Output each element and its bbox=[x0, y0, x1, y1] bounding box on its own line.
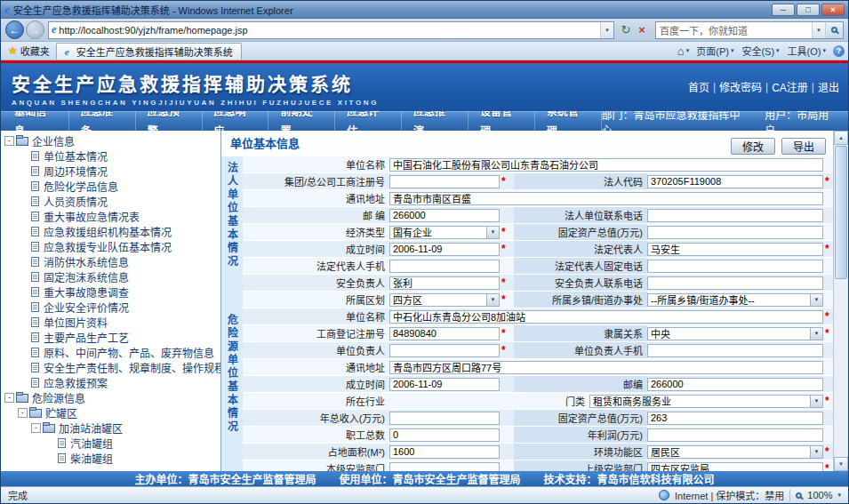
text-input[interactable] bbox=[647, 226, 823, 239]
text-input[interactable] bbox=[389, 209, 500, 222]
command-button[interactable]: 页面(P)▾ bbox=[696, 44, 733, 58]
tree-item[interactable]: 单位基本情况 bbox=[1, 148, 220, 164]
search-dropdown-button[interactable]: ▼ bbox=[812, 22, 825, 38]
tree-item[interactable]: -贮罐区 bbox=[1, 405, 220, 420]
text-input[interactable] bbox=[647, 243, 823, 256]
text-input[interactable] bbox=[647, 260, 823, 273]
tree-item[interactable]: 消防供水系统信息 bbox=[1, 254, 220, 269]
text-input[interactable] bbox=[647, 412, 823, 425]
tree-item[interactable]: -加油站油罐区 bbox=[1, 420, 220, 436]
select-field[interactable]: 国有企业▼ bbox=[389, 226, 500, 239]
scroll-down-icon[interactable]: ▼ bbox=[834, 457, 848, 471]
tree-expander-icon[interactable]: - bbox=[18, 408, 28, 418]
tree-item[interactable]: 柴油罐组 bbox=[1, 451, 220, 466]
scroll-up-icon[interactable]: ▲ bbox=[834, 131, 848, 145]
text-input[interactable] bbox=[389, 243, 500, 256]
tree-item[interactable]: 企业安全评价情况 bbox=[1, 300, 220, 315]
header-link[interactable]: 修改密码 bbox=[719, 79, 762, 94]
header-link[interactable]: CA注册 bbox=[772, 79, 808, 94]
command-button[interactable]: 工具(O)▾ bbox=[788, 44, 826, 58]
header-link[interactable]: 退出 bbox=[818, 79, 839, 94]
minimize-button[interactable]: ─ bbox=[772, 4, 795, 16]
page-tab[interactable]: e 安全生产应急救援指挥辅助决策系统 bbox=[56, 43, 242, 60]
text-input[interactable] bbox=[647, 462, 823, 472]
select-field[interactable]: 居民区▼ bbox=[647, 445, 823, 459]
text-input[interactable] bbox=[647, 378, 823, 391]
refresh-button[interactable]: ↻ bbox=[618, 21, 634, 39]
text-input[interactable] bbox=[389, 445, 500, 459]
select-field[interactable]: 租赁和商务服务业▼ bbox=[589, 395, 823, 408]
form-rows: 单位名称*工商登记注册号*隶属关系中央▼*单位负责人*单位负责人手机通讯地址成立… bbox=[243, 308, 833, 471]
tree-expander-icon[interactable]: - bbox=[31, 423, 41, 433]
text-input[interactable] bbox=[647, 428, 823, 442]
tree-item[interactable]: 应急救援组织机构基本情况 bbox=[1, 224, 220, 239]
text-input[interactable] bbox=[389, 327, 500, 340]
text-input[interactable] bbox=[389, 462, 500, 472]
text-input[interactable] bbox=[389, 158, 823, 172]
tree-item[interactable]: -企业信息 bbox=[1, 133, 220, 148]
close-button[interactable]: × bbox=[821, 4, 845, 16]
text-input[interactable] bbox=[389, 428, 500, 442]
favorites-button[interactable]: ★ 收藏夹 bbox=[4, 44, 56, 60]
tree-item[interactable]: 危险化学品信息 bbox=[1, 179, 220, 194]
tree-item[interactable]: 原料、中间产物、产品、废弃物信息 bbox=[1, 345, 220, 360]
doc-icon bbox=[31, 166, 39, 176]
tree-item[interactable]: 重大事故应急情况表 bbox=[1, 209, 220, 224]
address-dropdown-button[interactable]: ▼ bbox=[600, 22, 613, 38]
sidebar-tree: -企业信息单位基本情况周边环境情况危险化学品信息人员资质情况重大事故应急情况表应… bbox=[1, 131, 221, 471]
tree-item[interactable]: 安全生产责任制、规章制度、操作规程信息 bbox=[1, 360, 220, 375]
text-input[interactable] bbox=[389, 344, 500, 357]
titlebar[interactable]: e 安全生产应急救援指挥辅助决策系统 - Windows Internet Ex… bbox=[1, 1, 848, 19]
chevron-down-icon[interactable]: ▾ bbox=[837, 492, 841, 499]
vertical-scrollbar[interactable]: ▲ ▼ bbox=[833, 131, 848, 471]
header-link[interactable]: 首页 bbox=[688, 79, 709, 94]
tree-item[interactable]: 主要产品生产工艺 bbox=[1, 330, 220, 345]
text-input[interactable] bbox=[647, 276, 823, 290]
text-input[interactable] bbox=[389, 310, 823, 324]
select-field[interactable]: 中央▼ bbox=[647, 327, 823, 340]
tree-item[interactable]: 应急救援预案 bbox=[1, 375, 220, 390]
tree-item[interactable]: 重大事故隐患调查 bbox=[1, 284, 220, 300]
search-input[interactable]: 百度一下，你就知道 bbox=[656, 23, 812, 37]
tree-item[interactable]: -危险源信息 bbox=[1, 390, 220, 405]
search-box[interactable]: 百度一下，你就知道 ▼ bbox=[655, 21, 844, 39]
stop-button[interactable]: × bbox=[634, 21, 650, 39]
help-icon[interactable]: ? bbox=[833, 45, 845, 57]
text-input[interactable] bbox=[389, 192, 823, 205]
address-field[interactable]: e http://localhost:90/yjzh/frame/homepag… bbox=[48, 21, 614, 39]
select-field[interactable]: --所属乡镇/街道办事处--▼ bbox=[647, 293, 823, 307]
text-input[interactable] bbox=[647, 175, 823, 188]
tree-item[interactable]: 固定泡沫系统信息 bbox=[1, 269, 220, 284]
export-button[interactable]: 导出 bbox=[781, 138, 826, 155]
tree-expander-icon[interactable]: - bbox=[4, 136, 14, 146]
text-input[interactable] bbox=[647, 344, 823, 357]
scrollbar-thumb[interactable] bbox=[835, 146, 847, 279]
tree-item[interactable]: 应急救援专业队伍基本情况 bbox=[1, 239, 220, 254]
command-button[interactable]: 安全(S)▾ bbox=[741, 44, 779, 58]
tree-item[interactable]: 单位图片资料 bbox=[1, 315, 220, 330]
text-input[interactable] bbox=[389, 175, 500, 188]
field-label: 工商登记注册号 bbox=[243, 326, 389, 340]
text-input[interactable] bbox=[389, 276, 500, 290]
url-text[interactable]: http://localhost:90/yjzh/frame/homepage.… bbox=[59, 25, 600, 36]
tree-item[interactable]: 人员资质情况 bbox=[1, 194, 220, 209]
tree-item[interactable]: 汽油罐组 bbox=[1, 436, 220, 451]
text-input[interactable] bbox=[647, 209, 823, 222]
search-button[interactable] bbox=[825, 22, 843, 38]
maximize-button[interactable]: □ bbox=[797, 4, 820, 16]
text-input[interactable] bbox=[389, 260, 500, 273]
zoom-level[interactable]: 100% bbox=[807, 490, 832, 500]
form-row: 法定代表人手机法定代表人固定电话 bbox=[243, 258, 833, 275]
home-button[interactable]: ⌂ ▾ bbox=[677, 44, 689, 58]
tree-expander-icon[interactable]: - bbox=[4, 393, 14, 403]
tree-item-label: 单位基本情况 bbox=[44, 148, 108, 164]
back-button[interactable]: ← bbox=[5, 20, 24, 39]
scrollbar-track[interactable] bbox=[834, 145, 848, 457]
text-input[interactable] bbox=[389, 378, 500, 391]
select-field[interactable]: 四方区▼ bbox=[389, 293, 500, 307]
forward-button[interactable]: → bbox=[26, 20, 44, 39]
text-input[interactable] bbox=[389, 361, 823, 374]
tree-item[interactable]: 周边环境情况 bbox=[1, 164, 220, 179]
text-input[interactable] bbox=[389, 412, 500, 425]
modify-button[interactable]: 修改 bbox=[731, 138, 775, 155]
